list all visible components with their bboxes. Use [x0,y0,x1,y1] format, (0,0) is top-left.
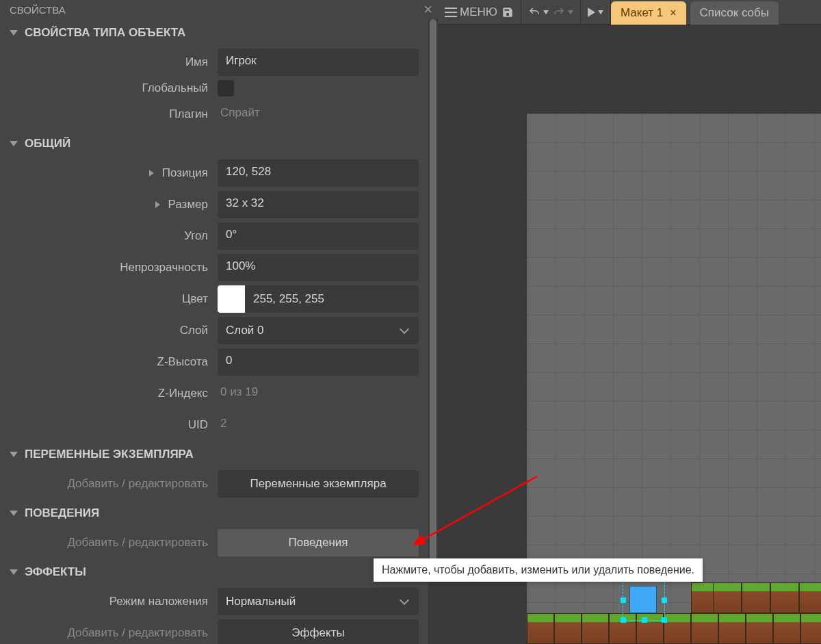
close-icon[interactable]: × [423,2,432,17]
color-swatch[interactable] [218,285,245,313]
label-opacity: Непрозрачность [120,261,208,274]
label-plugin: Плагин [169,107,208,121]
resize-handle[interactable] [642,617,647,623]
color-value[interactable]: 255, 255, 255 [245,285,419,313]
section-effects[interactable]: ЭФФЕКТЫ [0,558,428,586]
play-icon [588,8,595,17]
top-toolbar: МЕНЮ [438,0,821,25]
tile[interactable] [773,613,800,644]
button-instance-vars[interactable]: Переменные экземпляра [218,470,419,498]
tile[interactable] [527,613,554,644]
tile[interactable] [713,582,742,613]
tile[interactable] [800,613,821,644]
tile[interactable] [746,613,773,644]
label-angle: Угол [184,229,208,243]
chevron-down-icon [568,10,573,14]
label-zindex: Z-Индекс [158,387,208,400]
input-size[interactable]: 32 x 32 [218,191,419,218]
editor-area: МЕНЮ [438,0,821,644]
platform-tiles[interactable] [713,582,821,613]
input-position[interactable]: 120, 528 [218,159,419,187]
tile[interactable] [554,613,582,644]
redo-button[interactable] [553,6,573,18]
save-button[interactable] [501,6,514,18]
tile[interactable] [770,582,799,613]
section-common[interactable]: ОБЩИЙ [0,130,428,157]
tooltip-behaviors: Нажмите, чтобы добавить, изменить или уд… [374,558,703,582]
input-name[interactable]: Игрок [218,49,419,76]
label-zelevation: Z-Высота [157,355,208,369]
button-effects[interactable]: Эффекты [218,619,419,644]
button-behaviors[interactable]: Поведения [218,529,419,556]
chevron-down-icon [10,511,18,516]
layout-canvas[interactable] [438,25,821,644]
menu-label: МЕНЮ [460,5,497,19]
label-uid: UID [188,418,208,432]
input-opacity[interactable]: 100% [218,254,419,281]
chevron-down-icon [598,10,603,14]
section-title: ОБЩИЙ [25,137,70,151]
resize-handle[interactable] [621,617,626,623]
section-title: ЭФФЕКТЫ [25,565,86,579]
label-addedit-effects: Добавить / редактировать [67,626,208,640]
panel-header: СВОЙСТВА × [0,0,438,19]
tile[interactable] [691,613,718,644]
input-angle[interactable]: 0° [218,222,419,250]
undo-button[interactable] [528,6,549,18]
select-blend-value: Нормальный [226,595,296,608]
label-color: Цвет [182,292,208,306]
select-layer-value: Слой 0 [226,324,264,337]
scrollbar-track[interactable] [428,19,438,644]
section-title: СВОЙСТВА ТИПА ОБЪЕКТА [25,26,185,40]
select-layer[interactable]: Слой 0 [218,317,419,344]
selection-box[interactable] [623,578,665,621]
tab-event-sheet[interactable]: Список собы [690,1,779,25]
label-addedit-vars: Добавить / редактировать [67,477,208,491]
section-behaviors[interactable]: ПОВЕДЕНИЯ [0,500,428,527]
tile[interactable] [664,613,691,644]
input-color[interactable]: 255, 255, 255 [218,285,419,313]
chevron-down-icon [10,569,18,575]
select-blend[interactable]: Нормальный [218,588,419,615]
label-name: Имя [185,55,208,69]
resize-handle[interactable] [662,597,667,603]
tile[interactable] [799,582,821,613]
undo-icon [528,6,540,18]
properties-panel: СВОЙСТВА × СВОЙСТВА ТИПА ОБЪЕКТА Имя Игр… [0,0,438,644]
chevron-down-icon [10,141,18,146]
label-blend: Режим наложения [109,595,208,608]
tile[interactable] [582,613,609,644]
close-icon[interactable]: × [670,7,676,19]
checkbox-global[interactable] [218,80,234,96]
tile[interactable] [718,613,746,644]
input-zelevation[interactable]: 0 [218,348,419,376]
tab-label: Список собы [700,6,769,20]
hamburger-icon [445,8,457,17]
value-plugin: Спрайт [218,101,419,128]
label-layer: Слой [180,324,208,337]
resize-handle[interactable] [621,597,626,603]
label-global: Глобальный [142,81,209,95]
section-object-type[interactable]: СВОЙСТВА ТИПА ОБЪЕКТА [0,19,428,47]
chevron-down-icon [400,595,409,605]
label-position: Позиция [162,166,208,180]
tile[interactable] [742,582,770,613]
label-addedit-behaviors: Добавить / редактировать [67,536,208,550]
chevron-down-icon [543,10,549,14]
section-instance-vars[interactable]: ПЕРЕМЕННЫЕ ЭКЗЕМПЛЯРА [0,441,428,468]
chevron-right-icon[interactable] [149,170,154,177]
save-icon [501,6,514,18]
chevron-down-icon [400,324,409,334]
panel-title: СВОЙСТВА [10,4,66,16]
tab-label: Макет 1 [621,6,663,20]
value-zindex: 0 из 19 [218,380,419,407]
resize-handle[interactable] [662,617,667,623]
ground-tiles[interactable] [527,613,821,644]
scrollbar-thumb[interactable] [430,19,436,567]
play-button[interactable] [588,8,603,17]
tab-layout-1[interactable]: Макет 1 × [611,1,686,25]
label-size: Размер [168,198,208,211]
chevron-right-icon[interactable] [155,201,160,208]
menu-button[interactable]: МЕНЮ [445,5,497,19]
section-title: ПОВЕДЕНИЯ [25,506,99,520]
